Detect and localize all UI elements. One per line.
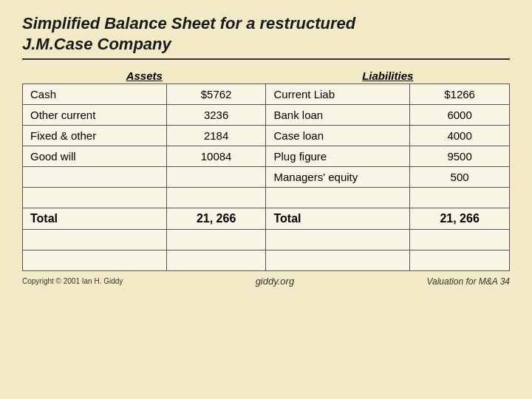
asset-label: Other current xyxy=(23,105,167,126)
total-liab-value: 21, 266 xyxy=(410,208,510,230)
title-divider xyxy=(22,58,510,60)
liab-label: Current Liab xyxy=(266,84,410,105)
asset-value: 10084 xyxy=(166,146,266,167)
empty-asset-label xyxy=(23,188,167,208)
liab-label: Managers' equity xyxy=(266,167,410,188)
total-asset-value: 21, 266 xyxy=(166,208,266,230)
liab-value: 500 xyxy=(410,167,510,188)
liab-label: Bank loan xyxy=(266,105,410,126)
liab-value: 9500 xyxy=(410,146,510,167)
page-footer: Copyright © 2001 Ian H. Giddy giddy.org … xyxy=(22,276,510,287)
title-line2: J.M.Case Company xyxy=(22,35,171,53)
asset-label: Good will xyxy=(23,146,167,167)
liab-value: 4000 xyxy=(410,126,510,146)
copyright-text: Copyright © 2001 Ian H. Giddy xyxy=(22,277,123,285)
asset-value: 2184 xyxy=(166,126,266,146)
asset-label: Cash xyxy=(23,84,167,105)
asset-label xyxy=(23,167,167,188)
liab-label: Case loan xyxy=(266,126,410,146)
total-asset-label: Total xyxy=(23,208,167,230)
liab-value: $1266 xyxy=(410,84,510,105)
empty-liab-value xyxy=(410,188,510,208)
liab-label: Plug figure xyxy=(266,146,410,167)
table-row: Managers' equity 500 xyxy=(23,167,510,188)
page-content: Simplified Balance Sheet for a restructu… xyxy=(0,0,532,294)
table-row: Good will 10084 Plug figure 9500 xyxy=(23,146,510,167)
asset-label: Fixed & other xyxy=(23,126,167,146)
table-row: Cash $5762 Current Liab $1266 xyxy=(23,84,510,105)
asset-value: $5762 xyxy=(166,84,266,105)
assets-header: Assets xyxy=(23,66,266,84)
balance-sheet-table-container: Assets Liabilities Cash $5762 Current Li… xyxy=(22,66,510,271)
website-text: giddy.org xyxy=(256,276,295,287)
blank-row xyxy=(23,250,510,271)
table-header-row: Assets Liabilities xyxy=(23,66,510,84)
table-row: Other current 3236 Bank loan 6000 xyxy=(23,105,510,126)
asset-value xyxy=(166,167,266,188)
total-row: Total 21, 266 Total 21, 266 xyxy=(23,208,510,230)
empty-row xyxy=(23,188,510,208)
liab-value: 6000 xyxy=(410,105,510,126)
balance-sheet-table: Assets Liabilities Cash $5762 Current Li… xyxy=(22,66,510,271)
table-row: Fixed & other 2184 Case loan 4000 xyxy=(23,126,510,146)
total-liab-label: Total xyxy=(266,208,410,230)
attribution-text: Valuation for M&A 34 xyxy=(426,276,510,287)
empty-liab-label xyxy=(266,188,410,208)
title-line1: Simplified Balance Sheet for a restructu… xyxy=(22,14,355,33)
blank-row xyxy=(23,230,510,250)
empty-asset-value xyxy=(166,188,266,208)
asset-value: 3236 xyxy=(166,105,266,126)
page-title: Simplified Balance Sheet for a restructu… xyxy=(22,13,510,54)
liabilities-header: Liabilities xyxy=(266,66,510,84)
